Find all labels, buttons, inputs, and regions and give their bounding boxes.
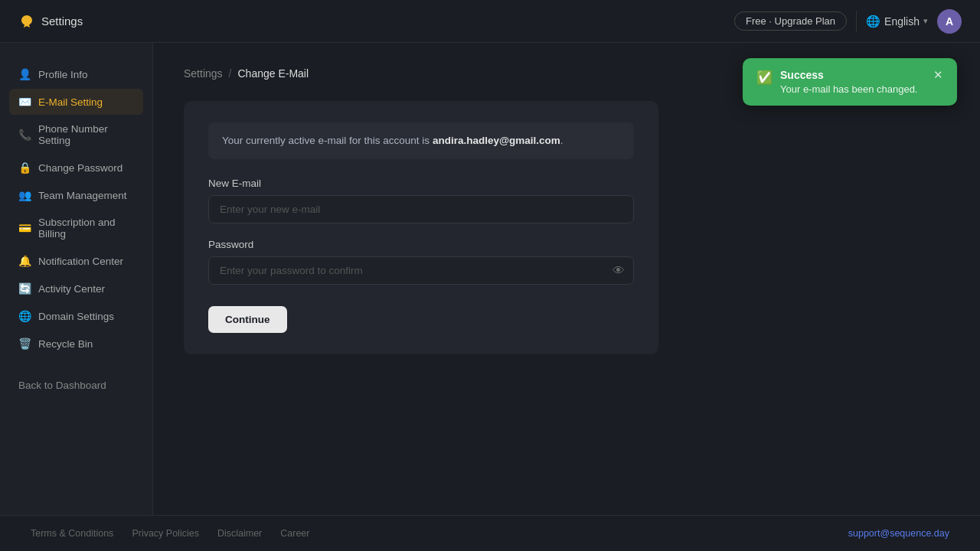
phone-icon: 📞 (18, 129, 31, 141)
sidebar-label-profile-info: Profile Info (38, 69, 88, 80)
sidebar-item-email-setting[interactable]: ✉️ E-Mail Setting (9, 89, 143, 115)
active-email-address: andira.hadley@gmail.com (433, 135, 560, 146)
sidebar-item-recycle-bin[interactable]: 🗑️ Recycle Bin (9, 331, 143, 357)
toast-title: Success (780, 69, 926, 81)
password-wrapper: 👁 (208, 256, 634, 285)
billing-icon: 💳 (18, 222, 31, 234)
footer-privacy-link[interactable]: Privacy Policies (132, 528, 199, 539)
info-prefix: Your currently active e-mail for this ac… (222, 135, 433, 146)
sidebar-item-profile-info[interactable]: 👤 Profile Info (9, 61, 143, 87)
breadcrumb-separator: / (229, 67, 232, 80)
footer: Terms & Conditions Privacy Policies Disc… (0, 515, 980, 551)
check-circle-icon: ✅ (756, 70, 773, 86)
email-card: Your currently active e-mail for this ac… (184, 101, 658, 354)
nav-section: 👤 Profile Info ✉️ E-Mail Setting 📞 Phone… (0, 61, 152, 358)
sidebar-item-phone-number-setting[interactable]: 📞 Phone Number Setting (9, 116, 143, 153)
topbar-left: Settings (18, 13, 83, 30)
new-email-label: New E-mail (208, 178, 634, 189)
domain-icon: 🌐 (18, 310, 31, 322)
lock-icon: 🔒 (18, 161, 31, 174)
sidebar-label-recycle-bin: Recycle Bin (38, 338, 93, 350)
trash-icon: 🗑️ (18, 337, 31, 350)
footer-terms-link[interactable]: Terms & Conditions (31, 528, 113, 539)
footer-career-link[interactable]: Career (280, 528, 309, 539)
new-email-field-group: New E-mail (208, 178, 634, 223)
sidebar-item-team-management[interactable]: 👥 Team Management (9, 182, 143, 208)
sidebar-label-notification-center: Notification Center (38, 256, 123, 267)
footer-support-email[interactable]: support@sequence.day (848, 528, 949, 539)
sidebar-label-team-management: Team Management (38, 190, 127, 201)
chevron-down-icon: ▾ (923, 16, 928, 26)
avatar[interactable]: A (937, 9, 962, 34)
toggle-password-button[interactable]: 👁 (612, 264, 625, 278)
sidebar-item-notification-center[interactable]: 🔔 Notification Center (9, 248, 143, 274)
bell-icon: 🔔 (18, 255, 31, 267)
avatar-letter: A (946, 15, 953, 28)
toast-close-button[interactable]: ✕ (933, 69, 943, 80)
sidebar-item-change-password[interactable]: 🔒 Change Password (9, 155, 143, 181)
globe-icon: 🌐 (866, 15, 880, 28)
active-email-info: Your currently active e-mail for this ac… (208, 122, 634, 159)
language-label: English (884, 15, 920, 28)
toast-message: Your e-mail has been changed. (780, 83, 926, 95)
sidebar-label-activity-center: Activity Center (38, 283, 105, 295)
sidebar-item-subscription-billing[interactable]: 💳 Subscription and Billing (9, 210, 143, 246)
logo-icon (18, 13, 35, 30)
toast-content: Success Your e-mail has been changed. (780, 69, 926, 95)
success-toast: ✅ Success Your e-mail has been changed. … (743, 58, 957, 106)
main-layout: 👤 Profile Info ✉️ E-Mail Setting 📞 Phone… (0, 43, 980, 551)
password-label: Password (208, 239, 634, 250)
breadcrumb-parent[interactable]: Settings (184, 67, 223, 80)
new-email-input[interactable] (208, 195, 634, 223)
sidebar-item-domain-settings[interactable]: 🌐 Domain Settings (9, 303, 143, 329)
footer-links: Terms & Conditions Privacy Policies Disc… (31, 528, 309, 539)
sidebar-label-subscription-billing: Subscription and Billing (38, 217, 134, 240)
password-field-group: Password 👁 (208, 239, 634, 285)
user-icon: 👤 (18, 68, 31, 80)
footer-disclaimer-link[interactable]: Disclaimer (217, 528, 262, 539)
sidebar-item-activity-center[interactable]: 🔄 Activity Center (9, 276, 143, 302)
topbar: Settings Free · Upgrade Plan 🌐 English ▾… (0, 0, 980, 43)
app-title: Settings (41, 15, 83, 28)
sidebar: 👤 Profile Info ✉️ E-Mail Setting 📞 Phone… (0, 43, 153, 551)
continue-button[interactable]: Continue (208, 306, 287, 333)
email-icon: ✉️ (18, 96, 31, 108)
back-to-dashboard-link[interactable]: Back to Dashboard (0, 370, 152, 400)
sidebar-label-phone-number-setting: Phone Number Setting (38, 123, 134, 146)
activity-icon: 🔄 (18, 282, 31, 295)
sidebar-label-change-password: Change Password (38, 162, 122, 174)
eye-icon: 👁 (612, 264, 625, 278)
breadcrumb-current: Change E-Mail (237, 67, 309, 80)
content-area: Settings / Change E-Mail ✅ Success Your … (153, 43, 980, 551)
upgrade-button[interactable]: Free · Upgrade Plan (734, 11, 847, 31)
sidebar-label-domain-settings: Domain Settings (38, 311, 114, 322)
team-icon: 👥 (18, 189, 31, 201)
sidebar-label-email-setting: E-Mail Setting (38, 96, 103, 108)
language-selector[interactable]: 🌐 English ▾ (866, 15, 928, 28)
topbar-right: Free · Upgrade Plan 🌐 English ▾ A (734, 9, 962, 34)
password-input[interactable] (208, 256, 634, 285)
divider (856, 11, 857, 32)
